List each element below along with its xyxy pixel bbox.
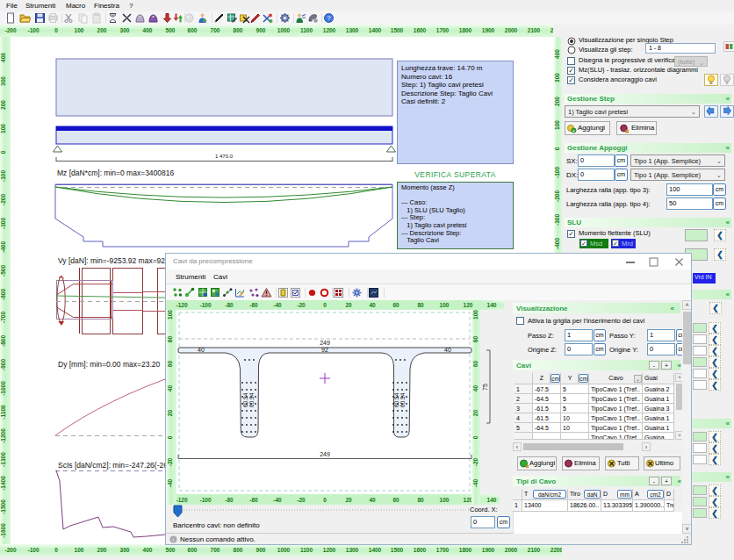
svg-text:ScIs [daN/cm2]: min=-247.26(-2: ScIs [daN/cm2]: min=-247.26(-26: [58, 461, 168, 470]
svg-text:Dy [mm]: min=0.00 max=23.20: Dy [mm]: min=0.00 max=23.20: [58, 360, 160, 369]
svg-text:60.94: 60.94: [393, 392, 399, 407]
svg-text:249: 249: [320, 451, 330, 457]
svg-text:+: +: [572, 128, 575, 133]
svg-text:249: 249: [320, 340, 330, 346]
svg-text:Mz [daN*cm]: min=0 max=3400816: Mz [daN*cm]: min=0 max=3400816: [57, 169, 175, 177]
svg-text:92: 92: [321, 347, 328, 353]
svg-text:75: 75: [482, 384, 488, 391]
svg-text:60.94: 60.94: [242, 392, 248, 407]
svg-text:i: i: [173, 537, 174, 542]
svg-text:1 470.0: 1 470.0: [215, 154, 234, 159]
svg-text:60.94: 60.94: [399, 392, 406, 407]
svg-text:40: 40: [444, 347, 451, 353]
svg-text:60.94: 60.94: [248, 392, 255, 407]
svg-text:40: 40: [198, 347, 205, 353]
